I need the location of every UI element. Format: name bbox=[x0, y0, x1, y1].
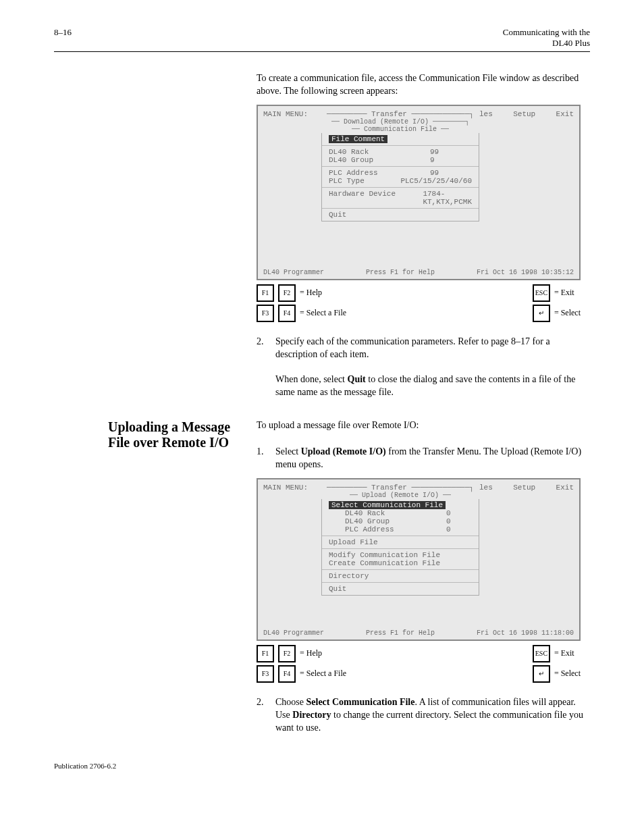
key-esc-b: ESC bbox=[533, 645, 550, 662]
ss1-value-plc-address: 99 bbox=[430, 169, 472, 177]
ss1-menu-files-fragment[interactable]: les bbox=[479, 110, 493, 118]
key-esc-label: = Exit bbox=[554, 288, 574, 298]
ss1-menu-setup[interactable]: Setup bbox=[513, 110, 535, 118]
intro-paragraph: To create a communication file, access t… bbox=[257, 72, 590, 98]
key-f3-label-b: = Select a File bbox=[300, 669, 346, 679]
upload-step-2-text: Choose Select Communication File. A list… bbox=[275, 696, 590, 735]
upload-step-2-number: 2. bbox=[257, 696, 275, 735]
screenshot-upload-remote-io: MAIN MENU: ───────── Transfer ──────────… bbox=[257, 478, 581, 641]
keyboard-legend-1: F1 F2 = Help F3 F4 = Select a File ESC =… bbox=[257, 284, 581, 322]
ss2-menu-setup[interactable]: Setup bbox=[513, 484, 535, 492]
ss1-item-quit[interactable]: Quit bbox=[329, 211, 430, 219]
ss2-inline-dl40-group-val: 0 bbox=[446, 517, 472, 525]
key-esc: ESC bbox=[533, 284, 550, 302]
upload-step-1-text: Select Upload (Remote I/O) from the Tran… bbox=[275, 446, 590, 471]
ss1-item-file-comment[interactable]: File Comment bbox=[329, 135, 387, 143]
ss1-item-dl40-group[interactable]: DL40 Group bbox=[329, 156, 430, 164]
ss1-value-hardware-device: 1784-KT,KTX,PCMK bbox=[423, 190, 472, 206]
step-2-text: Specify each of the communication parame… bbox=[275, 336, 590, 399]
key-f1-b: F1 bbox=[257, 645, 274, 662]
key-f3-label: = Select a File bbox=[300, 308, 346, 318]
ss2-menu-transfer[interactable]: ───────── Transfer ─────────────┐ bbox=[321, 484, 479, 492]
ss2-item-quit[interactable]: Quit bbox=[329, 585, 430, 593]
key-enter: ↵ bbox=[533, 305, 550, 322]
key-f2-b: F2 bbox=[278, 645, 296, 662]
chapter-title-line2: DL40 Plus bbox=[503, 38, 590, 49]
key-f1-label: = Help bbox=[300, 288, 322, 298]
upload-step-1-number: 1. bbox=[257, 446, 275, 471]
ss1-status-help: Press F1 for Help bbox=[324, 269, 477, 276]
ss2-menu-exit[interactable]: Exit bbox=[556, 484, 574, 492]
ss1-status-datetime: Fri Oct 16 1998 10:35:12 bbox=[477, 269, 574, 276]
upload-intro: To upload a message file over Remote I/O… bbox=[257, 419, 590, 432]
ss1-item-dl40-rack[interactable]: DL40 Rack bbox=[329, 148, 430, 156]
ss1-item-plc-type[interactable]: PLC Type bbox=[329, 177, 400, 185]
ss2-inline-plc-address: PLC Address bbox=[345, 525, 446, 533]
header-rule bbox=[54, 51, 590, 52]
ss2-item-modify-comm-file[interactable]: Modify Communication File bbox=[329, 551, 440, 559]
ss2-main-menu-label: MAIN MENU: bbox=[263, 484, 321, 492]
side-heading-upload: Uploading a Message File over Remote I/O bbox=[108, 419, 243, 450]
ss1-value-dl40-group: 9 bbox=[430, 156, 472, 164]
key-f1: F1 bbox=[257, 284, 274, 302]
ss2-item-upload-file[interactable]: Upload File bbox=[329, 538, 430, 546]
key-f3: F3 bbox=[257, 305, 274, 322]
chapter-title-line1: Communicating with the bbox=[503, 27, 590, 38]
key-f3-b: F3 bbox=[257, 665, 274, 683]
ss1-submenu-download: ── Download (Remote I/O) ────────┐ bbox=[321, 118, 479, 126]
ss2-inline-dl40-group: DL40 Group bbox=[345, 517, 446, 525]
ss2-item-create-comm-file[interactable]: Create Communication File bbox=[329, 559, 440, 567]
ss1-item-hardware-device[interactable]: Hardware Device bbox=[329, 190, 423, 206]
ss2-menu-files-fragment[interactable]: les bbox=[479, 484, 493, 492]
ss2-status-app: DL40 Programmer bbox=[263, 629, 324, 637]
keyboard-legend-2: F1 F2 = Help F3 F4 = Select a File ESC =… bbox=[257, 645, 581, 683]
ss1-status-app: DL40 Programmer bbox=[263, 269, 324, 276]
key-f2: F2 bbox=[278, 284, 296, 302]
ss1-menu-transfer[interactable]: ───────── Transfer ─────────────┐ bbox=[321, 110, 479, 118]
key-enter-label: = Select bbox=[554, 308, 581, 318]
ss2-item-select-comm-file[interactable]: Select Communication File bbox=[329, 501, 446, 509]
ss1-menu-exit[interactable]: Exit bbox=[556, 110, 574, 118]
key-enter-b: ↵ bbox=[533, 665, 550, 683]
step-2-number: 2. bbox=[257, 336, 275, 399]
ss2-inline-dl40-rack-val: 0 bbox=[446, 509, 472, 517]
key-f4: F4 bbox=[278, 305, 296, 322]
ss2-status-help: Press F1 for Help bbox=[324, 629, 477, 637]
chapter-number: 8–16 bbox=[54, 27, 72, 49]
ss1-main-menu-label: MAIN MENU: bbox=[263, 110, 321, 118]
ss1-box-title: ── Communication File ── bbox=[321, 126, 479, 133]
key-f4-b: F4 bbox=[278, 665, 296, 683]
ss2-status-datetime: Fri Oct 16 1998 11:18:00 bbox=[477, 629, 574, 637]
key-esc-label-b: = Exit bbox=[554, 648, 574, 658]
ss1-value-dl40-rack: 99 bbox=[430, 148, 472, 156]
ss2-inline-plc-address-val: 0 bbox=[446, 525, 472, 533]
ss2-submenu-upload: ── Upload (Remote I/O) ── bbox=[321, 492, 479, 499]
ss1-item-plc-address[interactable]: PLC Address bbox=[329, 169, 430, 177]
screenshot-download-remote-io: MAIN MENU: ───────── Transfer ──────────… bbox=[257, 105, 581, 280]
key-enter-label-b: = Select bbox=[554, 669, 581, 679]
ss2-inline-dl40-rack: DL40 Rack bbox=[345, 509, 446, 517]
ss1-value-plc-type: PLC5/15/25/40/60 bbox=[400, 177, 472, 185]
publication-footer: Publication 2706-6.2 bbox=[54, 762, 590, 770]
ss2-item-directory[interactable]: Directory bbox=[329, 572, 430, 580]
key-f1-label-b: = Help bbox=[300, 648, 322, 658]
